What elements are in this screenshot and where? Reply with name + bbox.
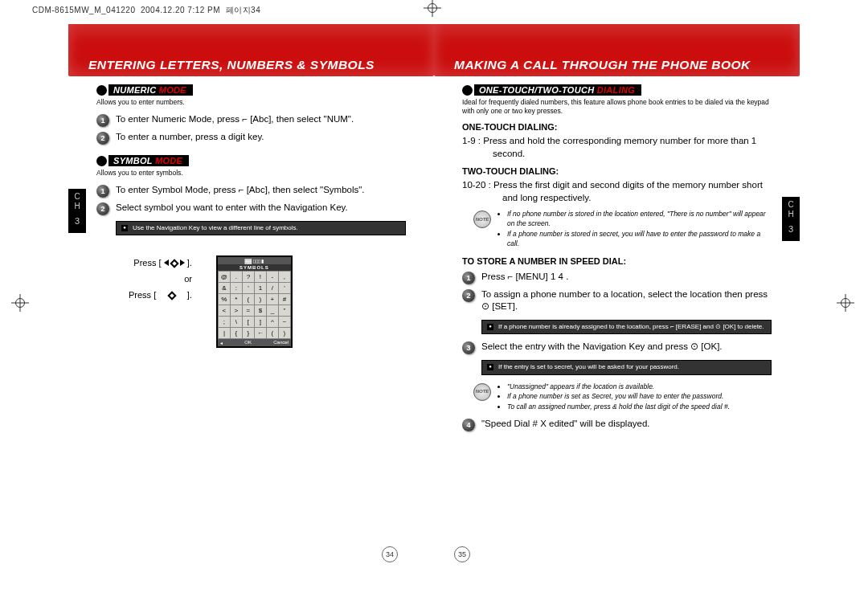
subheading: TWO-TOUCH DIALING: — [462, 166, 772, 176]
softkey-cancel: Cancel — [273, 340, 289, 345]
info-box: ● If the entry is set to secret, you wil… — [481, 360, 772, 374]
chapter-label: C H — [68, 192, 86, 211]
note-icon: NOTE — [473, 210, 491, 228]
bullet-icon — [96, 85, 107, 96]
subheading: TO STORE A NUMBER IN SPEED DIAL: — [462, 256, 772, 266]
section-header-symbol: SYMBOL MODE — [96, 155, 406, 166]
step-number-icon: 1 — [96, 185, 109, 198]
note-item: If a phone number is set as Secret, you … — [507, 392, 730, 402]
softkey-ok: OK — [244, 340, 252, 345]
page-number: 35 — [454, 546, 470, 562]
step-number-icon: 3 — [462, 341, 475, 354]
info-bullet-icon: ● — [121, 225, 128, 231]
step-row: 1 To enter Numeric Mode, press ⌐ [Abc], … — [96, 113, 406, 126]
body-text: 10-20 : Press the first digit and second… — [462, 179, 772, 204]
note-item: "Unassigned" appears if the location is … — [507, 382, 730, 392]
step-text: Press ⌐ [MENU] 1 4 . — [481, 271, 568, 284]
note-item: If no phone number is stored in the loca… — [507, 210, 772, 229]
step-number-icon: 4 — [462, 419, 475, 431]
step-row: 2 To assign a phone number to a location… — [462, 288, 772, 313]
step-number-icon: 2 — [96, 202, 109, 215]
bullet-icon — [96, 156, 107, 166]
info-box: ● If a phone number is already assigned … — [481, 320, 772, 334]
page-right: MAKING A CALL THROUGH THE PHONE BOOK C H… — [434, 24, 800, 586]
body-text: 1-9 : Press and hold the corresponding m… — [462, 135, 772, 160]
section-mode: MODE — [155, 156, 182, 166]
subheading: ONE-TOUCH DIALING: — [462, 122, 772, 132]
step-row: 4 "Speed Dial # X edited" will be displa… — [462, 418, 772, 431]
page-spread: ENTERING LETTERS, NUMBERS & SYMBOLS C H … — [68, 24, 800, 586]
navkey-icon — [167, 291, 176, 300]
step-text: Select the entry with the Navigation Key… — [481, 341, 723, 353]
softkey-left: ◂ — [220, 340, 223, 345]
crop-mark-icon — [840, 297, 851, 309]
file-header-line: CDM-8615MW_M_041220 2004.12.20 7:12 PM 페… — [32, 5, 260, 16]
section-mode: MODE — [159, 85, 186, 95]
section-label: NUMERIC — [113, 85, 156, 95]
navkey-icon — [170, 260, 178, 268]
press-block: Press [ ]. or Press [ ]. ▓▓ ▯▯▯ ▮ SYMBOL… — [129, 255, 406, 348]
section-label: SYMBOL — [113, 156, 153, 166]
page-number: 34 — [382, 546, 398, 562]
section-subtext: Allows you to enter numbers. — [96, 98, 406, 107]
info-text: If a phone number is already assigned to… — [498, 323, 764, 331]
step-number-icon: 1 — [462, 272, 475, 284]
page-title-banner: ENTERING LETTERS, NUMBERS & SYMBOLS — [68, 24, 434, 76]
arrow-left-icon — [164, 260, 169, 266]
step-row: 1 To enter Symbol Mode, press ⌐ [Abc], t… — [96, 184, 406, 197]
step-number-icon: 1 — [96, 114, 109, 127]
section-mode: DIALING — [597, 85, 635, 95]
info-bullet-icon: ● — [487, 364, 493, 370]
info-box: ● Use the Navigation Key to view a diffe… — [116, 221, 406, 235]
note-box: NOTE "Unassigned" appears if the locatio… — [473, 382, 772, 414]
crop-mark-icon — [14, 297, 26, 309]
page-title-banner: MAKING A CALL THROUGH THE PHONE BOOK — [434, 24, 800, 76]
arrow-right-icon — [180, 260, 185, 266]
step-row: 3 Select the entry with the Navigation K… — [462, 341, 772, 353]
chapter-label: C H — [782, 200, 800, 219]
page-title: ENTERING LETTERS, NUMBERS & SYMBOLS — [88, 58, 414, 72]
note-icon: NOTE — [473, 383, 491, 401]
step-text: To assign a phone number to a location, … — [481, 288, 772, 313]
step-text: "Speed Dial # X edited" will be displaye… — [481, 418, 650, 431]
step-text: To enter Numeric Mode, press ⌐ [Abc], th… — [116, 113, 354, 126]
info-text: Use the Navigation Key to view a differe… — [133, 224, 298, 232]
page-title: MAKING A CALL THROUGH THE PHONE BOOK — [454, 58, 780, 72]
bullet-icon — [462, 85, 473, 96]
section-label: ONE-TOUCH/TWO-TOUCH — [479, 85, 594, 95]
step-row: 2 Select symbol you want to enter with t… — [96, 202, 406, 215]
section-header-dialing: ONE-TOUCH/TWO-TOUCH DIALING — [462, 84, 772, 96]
symbols-grid: @.?!-, &:'1/' %*()+# <>=$_" ;\[]^~ |{}←(… — [218, 271, 291, 339]
chapter-tab-right: C H 3 — [782, 197, 800, 241]
note-item: If a phone number is stored in secret, y… — [507, 230, 772, 249]
step-number-icon: 2 — [96, 132, 109, 145]
step-row: 2 To enter a number, press a digit key. — [96, 131, 406, 144]
press-instructions: Press [ ]. or Press [ ]. — [129, 255, 192, 303]
step-text: To enter a number, press a digit key. — [116, 131, 264, 144]
info-text: If the entry is set to secret, you will … — [498, 363, 679, 371]
page-left: ENTERING LETTERS, NUMBERS & SYMBOLS C H … — [68, 24, 434, 586]
chapter-number: 3 — [68, 216, 86, 227]
phone-statusbar: ▓▓ ▯▯▯ ▮ — [218, 257, 291, 264]
step-text: Select symbol you want to enter with the… — [116, 202, 348, 215]
info-bullet-icon: ● — [487, 324, 493, 330]
step-number-icon: 2 — [462, 289, 475, 302]
section-subtext: Allows you to enter symbols. — [96, 169, 406, 178]
note-item: To call an assigned number, press & hold… — [507, 403, 730, 412]
section-subtext: Ideal for frequently dialed numbers, thi… — [462, 98, 772, 116]
section-header-numeric: NUMERIC MODE — [96, 84, 406, 96]
phone-screen-title: SYMBOLS — [218, 264, 291, 271]
crop-mark-icon — [427, 2, 438, 14]
phone-screen: ▓▓ ▯▯▯ ▮ SYMBOLS @.?!-, &:'1/' %*()+# <>… — [216, 255, 293, 348]
note-box: NOTE If no phone number is stored in the… — [473, 209, 772, 250]
chapter-tab-left: C H 3 — [68, 189, 86, 233]
chapter-number: 3 — [782, 224, 800, 235]
step-row: 1 Press ⌐ [MENU] 1 4 . — [462, 271, 772, 284]
step-text: To enter Symbol Mode, press ⌐ [Abc], the… — [116, 184, 365, 197]
